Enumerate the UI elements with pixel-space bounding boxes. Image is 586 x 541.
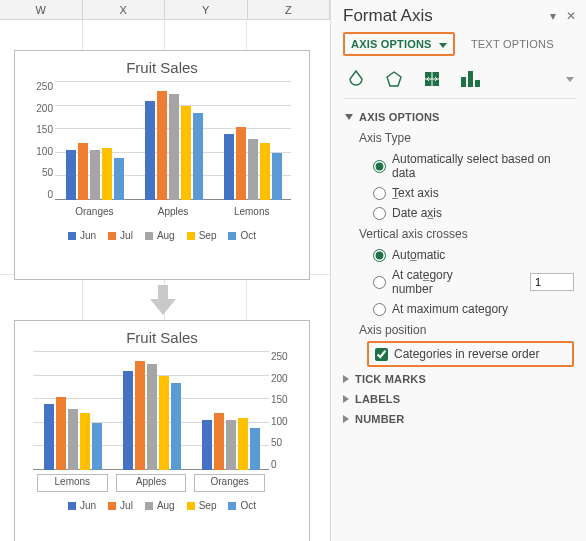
- legend-item[interactable]: Sep: [187, 500, 217, 511]
- legend-item[interactable]: Jul: [108, 500, 133, 511]
- col-header[interactable]: X: [83, 0, 166, 19]
- chart-title[interactable]: Fruit Sales: [15, 321, 309, 352]
- section-axis-options: AXIS OPTIONS Axis Type Automatically sel…: [343, 99, 576, 369]
- bar[interactable]: [169, 94, 179, 200]
- grid-area: [55, 82, 291, 200]
- tab-label: AXIS OPTIONS: [351, 38, 432, 50]
- radio-crosses-automatic[interactable]: Automatic: [345, 245, 574, 265]
- bar[interactable]: [250, 428, 260, 470]
- bar[interactable]: [226, 420, 236, 470]
- bar[interactable]: [272, 153, 282, 200]
- bar[interactable]: [147, 364, 157, 470]
- effects-icon[interactable]: [383, 68, 405, 90]
- section-toggle-number[interactable]: NUMBER: [343, 409, 576, 429]
- bar[interactable]: [92, 423, 102, 470]
- section-toggle-labels[interactable]: LABELS: [343, 389, 576, 409]
- bar[interactable]: [157, 91, 167, 200]
- bar[interactable]: [193, 113, 203, 200]
- legend-swatch: [228, 502, 236, 510]
- legend-item[interactable]: Sep: [187, 230, 217, 241]
- legend-item[interactable]: Jul: [108, 230, 133, 241]
- col-header[interactable]: W: [0, 0, 83, 19]
- checkbox-categories-reverse[interactable]: Categories in reverse order: [367, 341, 574, 367]
- task-pane-options-icon[interactable]: ▾: [550, 9, 556, 23]
- col-header[interactable]: Y: [165, 0, 248, 19]
- checkbox-input[interactable]: [375, 348, 388, 361]
- radio-input[interactable]: [373, 276, 386, 289]
- radio-crosses-at-category[interactable]: At categorynumber: [345, 265, 574, 299]
- bar[interactable]: [102, 148, 112, 200]
- close-icon[interactable]: ✕: [566, 9, 576, 23]
- x-axis[interactable]: LemonsApplesOranges: [33, 472, 269, 492]
- chart-title[interactable]: Fruit Sales: [15, 51, 309, 82]
- highlight-axis-options-tab: AXIS OPTIONS: [343, 32, 455, 56]
- bar[interactable]: [145, 101, 155, 200]
- section-title: TICK MARKS: [355, 373, 426, 385]
- bar[interactable]: [80, 413, 90, 470]
- size-properties-icon[interactable]: [421, 68, 443, 90]
- bar[interactable]: [68, 409, 78, 470]
- legend-item[interactable]: Jun: [68, 500, 96, 511]
- plot-area[interactable]: 250200150100500 OrangesApplesLemons: [25, 82, 299, 222]
- radio-input[interactable]: [373, 207, 386, 220]
- bar[interactable]: [123, 371, 133, 470]
- y-axis[interactable]: 250200150100500: [271, 352, 299, 470]
- legend-item[interactable]: Jun: [68, 230, 96, 241]
- radio-input[interactable]: [373, 249, 386, 262]
- legend-swatch: [145, 232, 153, 240]
- category-label[interactable]: Oranges: [55, 202, 134, 222]
- bar[interactable]: [214, 413, 224, 470]
- at-category-number-input[interactable]: [530, 273, 574, 291]
- bar[interactable]: [114, 158, 124, 200]
- legend-item[interactable]: Aug: [145, 230, 175, 241]
- legend[interactable]: JunJulAugSepOct: [15, 222, 309, 247]
- radio-axis-type-date[interactable]: Date axis: [345, 203, 574, 223]
- legend[interactable]: JunJulAugSepOct: [15, 492, 309, 517]
- bar[interactable]: [135, 361, 145, 470]
- radio-axis-type-text[interactable]: Text axis: [345, 183, 574, 203]
- bar[interactable]: [90, 150, 100, 200]
- category-label[interactable]: Lemons: [212, 202, 291, 222]
- bar[interactable]: [202, 420, 212, 470]
- bar[interactable]: [181, 106, 191, 200]
- bar[interactable]: [171, 383, 181, 470]
- category-label[interactable]: Lemons: [37, 474, 108, 492]
- category-label[interactable]: Apples: [134, 202, 213, 222]
- bar[interactable]: [238, 418, 248, 470]
- radio-input[interactable]: [373, 187, 386, 200]
- legend-item[interactable]: Aug: [145, 500, 175, 511]
- bar[interactable]: [159, 376, 169, 470]
- bar[interactable]: [236, 127, 246, 200]
- x-axis[interactable]: OrangesApplesLemons: [55, 202, 291, 222]
- tab-axis-options[interactable]: AXIS OPTIONS: [351, 36, 447, 52]
- legend-item[interactable]: Oct: [228, 230, 256, 241]
- col-header[interactable]: Z: [248, 0, 331, 19]
- bar[interactable]: [56, 397, 66, 470]
- fill-line-icon[interactable]: [345, 68, 367, 90]
- tab-text-options[interactable]: TEXT OPTIONS: [471, 36, 554, 52]
- bar[interactable]: [66, 150, 76, 200]
- chevron-down-icon[interactable]: [566, 77, 574, 82]
- category-label[interactable]: Oranges: [194, 474, 265, 492]
- radio-input[interactable]: [373, 160, 386, 173]
- bar[interactable]: [44, 404, 54, 470]
- bar[interactable]: [78, 143, 88, 200]
- radio-axis-type-auto[interactable]: Automatically select based on data: [345, 149, 574, 183]
- chart-bottom[interactable]: Fruit Sales 250200150100500 LemonsApples…: [14, 320, 310, 541]
- chart-top[interactable]: Fruit Sales 250200150100500 OrangesApple…: [14, 50, 310, 280]
- legend-label: Aug: [157, 500, 175, 511]
- bar[interactable]: [248, 139, 258, 200]
- axis-options-icon[interactable]: [459, 68, 481, 90]
- y-axis[interactable]: 250200150100500: [25, 82, 53, 200]
- cells-area[interactable]: Fruit Sales 250200150100500 OrangesApple…: [0, 20, 330, 541]
- category-label[interactable]: Apples: [116, 474, 187, 492]
- section-toggle-axis-options[interactable]: AXIS OPTIONS: [345, 107, 574, 127]
- triangle-right-icon: [343, 375, 349, 383]
- section-toggle-tick-marks[interactable]: TICK MARKS: [343, 369, 576, 389]
- plot-area[interactable]: 250200150100500 LemonsApplesOranges: [25, 352, 299, 492]
- legend-item[interactable]: Oct: [228, 500, 256, 511]
- bar[interactable]: [224, 134, 234, 200]
- bar[interactable]: [260, 143, 270, 200]
- radio-input[interactable]: [373, 303, 386, 316]
- radio-crosses-at-maximum[interactable]: At maximum category: [345, 299, 574, 319]
